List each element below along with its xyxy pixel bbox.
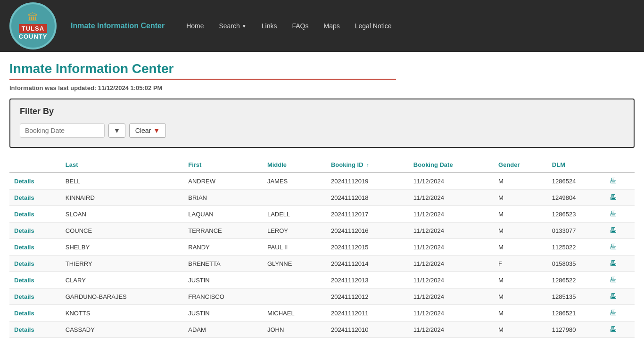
cell-dlm: 1125022 [547,239,605,255]
cell-last: CASSADY [61,321,184,338]
details-link[interactable]: Details [14,326,34,333]
print-icon[interactable]: 🖶 [610,276,617,284]
cell-dlm: 1286524 [547,173,605,189]
cell-gender: F [494,255,547,272]
table-header-row: Last First Middle Booking ID ↑ Booking D… [9,157,635,173]
cell-last: CLARY [61,272,184,288]
nav-home[interactable]: Home [179,18,211,33]
print-icon[interactable]: 🖶 [610,210,617,218]
cell-first: TERRANCE [183,222,263,239]
cell-booking_date: 11/12/2024 [409,255,494,272]
cell-booking_date: 11/12/2024 [409,321,494,338]
cell-dlm: 0158035 [547,255,605,272]
filter-apply-button[interactable]: ▼ [108,123,125,138]
cell-booking_date: 11/12/2024 [409,288,494,305]
nav-search[interactable]: Search ▼ [212,18,254,33]
table-row: DetailsTHIERRYBRENETTAGLYNNE202411120141… [9,255,635,272]
filter-clear-button[interactable]: Clear ▼ [129,123,166,138]
cell-middle: MICHAEL [263,305,326,321]
cell-middle: LEROY [263,222,326,239]
site-header: 🏛 TULSA COUNTY Inmate Information Center… [0,0,644,52]
cell-booking_id: 20241112010 [326,321,409,338]
nav-links[interactable]: Links [254,18,285,33]
details-link[interactable]: Details [14,293,34,300]
cell-dlm: 1249804 [547,189,605,206]
table-row: DetailsCASSADYADAMJOHN2024111201011/12/2… [9,321,635,338]
header-site-title: Inmate Information Center [71,22,165,30]
cell-last: BELL [61,173,184,189]
nav-faqs[interactable]: FAQs [284,18,316,33]
print-icon[interactable]: 🖶 [610,309,617,317]
table-row: DetailsGARDUNO-BARAJESFRANCISCO202411120… [9,288,635,305]
page-content: Inmate Information Center Information wa… [0,52,644,347]
cell-first: JUSTIN [183,272,263,288]
details-link[interactable]: Details [14,244,34,251]
cell-dlm: 1286523 [547,206,605,222]
cell-dlm: 1286521 [547,305,605,321]
cell-booking_date: 11/12/2024 [409,206,494,222]
cell-last: KNOTTS [61,305,184,321]
cell-last: SHELBY [61,239,184,255]
table-row: DetailsCLARYJUSTIN2024111201311/12/2024M… [9,272,635,288]
logo-area: 🏛 TULSA COUNTY [9,2,57,49]
cell-dlm: 1285135 [547,288,605,305]
cell-middle: LADELL [263,206,326,222]
print-icon[interactable]: 🖶 [610,193,617,201]
cell-last: THIERRY [61,255,184,272]
details-link[interactable]: Details [14,277,34,284]
cell-first: BRIAN [183,189,263,206]
search-dropdown-arrow: ▼ [242,24,247,29]
print-icon[interactable]: 🖶 [610,259,617,267]
cell-last: GARDUNO-BARAJES [61,288,184,305]
table-row: DetailsKINNAIRDBRIAN2024111201811/12/202… [9,189,635,206]
details-link[interactable]: Details [14,178,34,185]
cell-gender: M [494,173,547,189]
details-link[interactable]: Details [14,227,34,234]
cell-booking_id: 20241112016 [326,222,409,239]
table-body: DetailsBELLANDREWJAMES2024111201911/12/2… [9,173,635,338]
col-booking-id[interactable]: Booking ID ↑ [326,157,409,173]
filter-controls: ▼ Clear ▼ [20,123,624,138]
cell-first: JUSTIN [183,305,263,321]
booking-date-input[interactable] [20,123,105,138]
table-row: DetailsBELLANDREWJAMES2024111201911/12/2… [9,173,635,189]
nav-legal-notice[interactable]: Legal Notice [347,18,399,33]
print-icon[interactable]: 🖶 [610,177,617,185]
cell-middle: JOHN [263,321,326,338]
clear-funnel-icon: ▼ [153,127,160,134]
print-icon[interactable]: 🖶 [610,325,617,333]
cell-first: ADAM [183,321,263,338]
details-link[interactable]: Details [14,211,34,218]
cell-first: BRENETTA [183,255,263,272]
cell-first: FRANCISCO [183,288,263,305]
cell-booking_date: 11/12/2024 [409,272,494,288]
cell-gender: M [494,288,547,305]
last-updated-text: Information was last updated: 11/12/2024… [9,84,635,91]
cell-booking_id: 20241112011 [326,305,409,321]
cell-gender: M [494,272,547,288]
details-link[interactable]: Details [14,260,34,267]
cell-middle: JAMES [263,173,326,189]
col-dlm: DLM [547,157,605,173]
table-row: DetailsKNOTTSJUSTINMICHAEL2024111201111/… [9,305,635,321]
table-row: DetailsCOUNCETERRANCELEROY2024111201611/… [9,222,635,239]
print-icon[interactable]: 🖶 [610,292,617,300]
print-icon[interactable]: 🖶 [610,243,617,251]
inmate-table: Last First Middle Booking ID ↑ Booking D… [9,157,635,338]
cell-first: LAQUAN [183,206,263,222]
print-icon[interactable]: 🖶 [610,226,617,234]
booking-id-sort-icon: ↑ [366,162,369,168]
cell-booking_id: 20241112014 [326,255,409,272]
nav-maps[interactable]: Maps [316,18,347,33]
cell-gender: M [494,189,547,206]
title-divider [9,79,396,80]
details-link[interactable]: Details [14,194,34,201]
cell-booking_id: 20241112015 [326,239,409,255]
cell-booking_date: 11/12/2024 [409,173,494,189]
cell-middle [263,272,326,288]
details-link[interactable]: Details [14,310,34,317]
cell-booking_id: 20241112013 [326,272,409,288]
cell-middle [263,288,326,305]
logo-county-text: COUNTY [19,33,48,40]
cell-last: SLOAN [61,206,184,222]
